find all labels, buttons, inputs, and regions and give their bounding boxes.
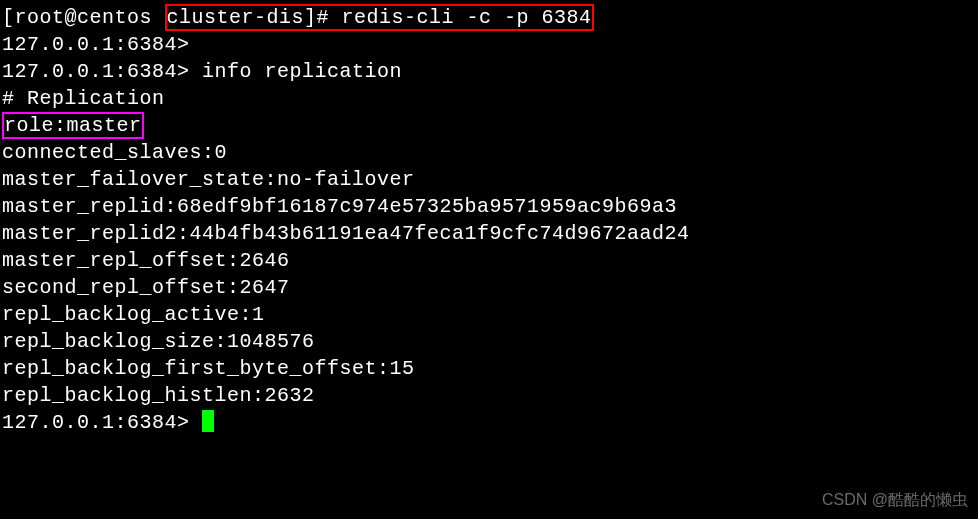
output-repl-backlog-first-byte-offset: repl_backlog_first_byte_offset:15 bbox=[2, 355, 978, 382]
output-connected-slaves: connected_slaves:0 bbox=[2, 139, 978, 166]
prompt-line-cursor[interactable]: 127.0.0.1:6384> bbox=[2, 409, 978, 436]
output-repl-backlog-histlen: repl_backlog_histlen:2632 bbox=[2, 382, 978, 409]
prompt-line-empty: 127.0.0.1:6384> bbox=[2, 31, 978, 58]
output-master-repl-offset: master_repl_offset:2646 bbox=[2, 247, 978, 274]
role-line-container: role:master bbox=[2, 112, 978, 139]
prompt-line-info: 127.0.0.1:6384> info replication bbox=[2, 58, 978, 85]
watermark-text: CSDN @酷酷的懒虫 bbox=[822, 489, 968, 511]
cursor-icon bbox=[202, 410, 214, 432]
replication-header: # Replication bbox=[2, 85, 978, 112]
output-master-replid2: master_replid2:44b4fb43b61191ea47feca1f9… bbox=[2, 220, 978, 247]
output-repl-backlog-size: repl_backlog_size:1048576 bbox=[2, 328, 978, 355]
command-line-1: [root@centos cluster-dis]# redis-cli -c … bbox=[2, 4, 978, 31]
output-master-failover-state: master_failover_state:no-failover bbox=[2, 166, 978, 193]
prompt-prefix: [root@centos bbox=[2, 6, 165, 29]
highlighted-command: cluster-dis]# redis-cli -c -p 6384 bbox=[165, 4, 594, 31]
highlighted-role: role:master bbox=[2, 112, 144, 139]
output-repl-backlog-active: repl_backlog_active:1 bbox=[2, 301, 978, 328]
output-master-replid: master_replid:68edf9bf16187c974e57325ba9… bbox=[2, 193, 978, 220]
output-second-repl-offset: second_repl_offset:2647 bbox=[2, 274, 978, 301]
prompt-text: 127.0.0.1:6384> bbox=[2, 411, 202, 434]
